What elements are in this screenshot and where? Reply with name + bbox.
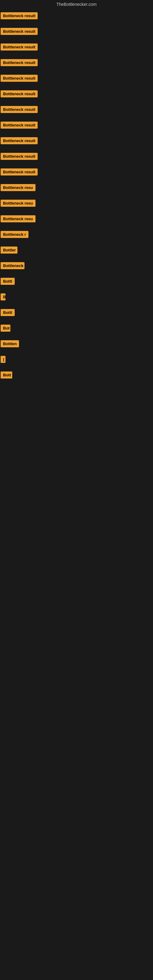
bottleneck-label-10: Bottleneck result [1,153,38,160]
result-item-14: Bottleneck resu [0,212,153,227]
bottleneck-label-24: Bott [1,371,12,379]
bottleneck-label-4: Bottleneck result [1,59,38,66]
result-item-24: Bott [0,368,153,383]
result-item-10: Bottleneck result [0,149,153,165]
bottleneck-label-14: Bottleneck resu [1,215,35,222]
result-item-11: Bottleneck result [0,165,153,180]
result-item-16: Bottler [0,243,153,258]
bottleneck-label-7: Bottleneck result [1,106,38,113]
bottleneck-label-9: Bottleneck result [1,137,38,144]
result-item-15: Bottleneck r [0,227,153,243]
bottleneck-label-17: Bottleneck [1,262,24,269]
result-item-18: Bottl [0,274,153,290]
bottleneck-label-22: Bottlen [1,340,19,347]
results-container: Bottleneck resultBottleneck resultBottle… [0,9,153,628]
bottleneck-label-23: | [1,356,5,363]
result-item-7: Bottleneck result [0,102,153,118]
result-item-1: Bottleneck result [0,9,153,24]
result-item-9: Bottleneck result [0,134,153,149]
result-item-8: Bottleneck result [0,118,153,134]
site-title-text: TheBottlenecker.com [56,2,97,7]
bottleneck-label-3: Bottleneck result [1,43,38,51]
result-item-5: Bottleneck result [0,71,153,87]
site-title: TheBottlenecker.com [0,0,153,9]
result-item-2: Bottleneck result [0,24,153,40]
bottleneck-label-16: Bottler [1,247,18,254]
result-item-23: | [0,352,153,368]
bottleneck-label-8: Bottleneck result [1,122,38,129]
bottleneck-label-1: Bottleneck result [1,12,38,19]
bottleneck-label-11: Bottleneck result [1,169,38,175]
result-item-4: Bottleneck result [0,56,153,71]
bottleneck-label-5: Bottleneck result [1,75,38,82]
result-item-22: Bottlen [0,337,153,352]
result-item-3: Bottleneck result [0,40,153,56]
result-item-21: Bot [0,321,153,337]
result-item-6: Bottleneck result [0,87,153,102]
result-item-19: B [0,290,153,305]
result-item-12: Bottleneck resu [0,180,153,196]
result-item-13: Bottleneck resu [0,196,153,212]
bottleneck-label-19: B [1,293,5,301]
bottleneck-label-21: Bot [1,325,10,332]
bottleneck-label-2: Bottleneck result [1,28,38,35]
result-item-20: Bottl [0,305,153,321]
bottleneck-label-20: Bottl [1,309,15,316]
result-item-17: Bottleneck [0,258,153,274]
bottleneck-label-6: Bottleneck result [1,90,38,97]
bottleneck-label-15: Bottleneck r [1,231,29,238]
bottleneck-label-12: Bottleneck resu [1,184,35,191]
bottleneck-label-18: Bottl [1,278,15,285]
bottleneck-label-13: Bottleneck resu [1,200,35,207]
